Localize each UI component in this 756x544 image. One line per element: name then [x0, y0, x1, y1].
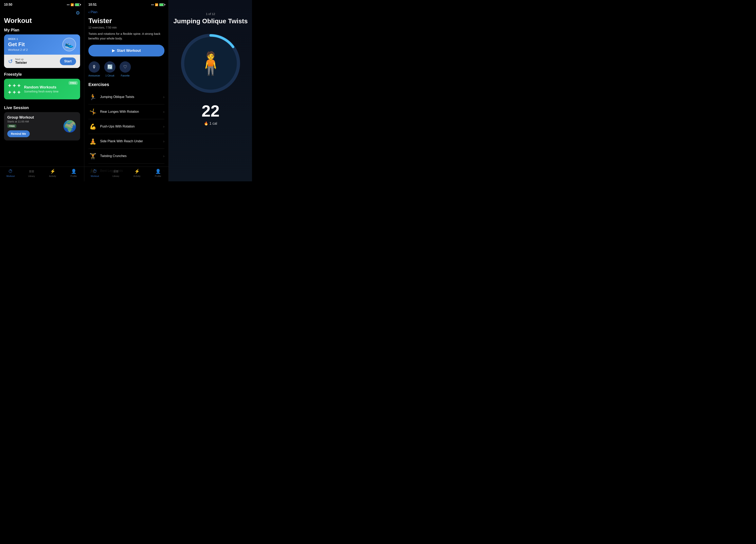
next-up-left: ↺ Next up Twister — [8, 58, 27, 65]
workout-nav-icon: ⏱ — [8, 169, 13, 174]
signal-icon-2: ▪▪▪ — [151, 3, 154, 6]
profile-nav-label-2: Profile — [155, 175, 161, 177]
exercise-chevron-2: › — [163, 124, 164, 129]
announcer-icon: 🎙 — [89, 61, 100, 73]
start-workout-button[interactable]: ▶ Start Workout — [88, 45, 164, 56]
exercise-figure-3: 🧘 — [88, 137, 97, 146]
exercise-item-0[interactable]: 🏃 Jumping Oblique Twists › — [88, 90, 164, 104]
time-1: 10:50 — [4, 3, 12, 6]
profile-nav-icon-2: 👤 — [155, 169, 161, 174]
refresh-icon: ↺ — [8, 58, 13, 65]
circuit-label: 1 Circuit — [105, 74, 114, 77]
calorie-count: 🔥 1 cal — [169, 121, 252, 126]
freestyle-dots-icon: ✦✦✦✦✦✦ — [7, 82, 21, 96]
live-session-card[interactable]: Group Workout Starts at 11:00 AM FREE Re… — [4, 112, 80, 140]
library-nav-icon: ≡≡ — [29, 169, 34, 174]
announcer-label: Announcer — [88, 74, 100, 77]
p1-header: ⚙ — [0, 8, 84, 16]
exercise-figure-1: 🤸 — [88, 107, 97, 116]
nav-profile[interactable]: 👤 Profile — [68, 169, 80, 177]
play-icon: ▶ — [112, 48, 115, 53]
exercise-emoji: 🧍 — [197, 52, 224, 74]
next-up-label: Next up — [15, 58, 27, 61]
activity-nav-icon: ⚡ — [50, 169, 55, 174]
exercise-item-4[interactable]: 🏋 Twisting Crunches › — [88, 149, 164, 163]
library-nav-label: Library — [28, 175, 35, 177]
nav-profile-2[interactable]: 👤 Profile — [152, 169, 164, 177]
circuit-action[interactable]: 🔄 1 Circuit — [104, 61, 115, 77]
exercise-counter: 1 of 12 — [169, 0, 252, 17]
exercise-name-4: Twisting Crunches — [100, 154, 160, 158]
nav-workout-2[interactable]: ⏱ Workout — [89, 169, 101, 177]
favorite-label: Favorite — [121, 74, 129, 77]
next-up-name: Twister — [15, 61, 27, 65]
freestyle-text: Random Workouts Something fresh every ti… — [24, 85, 58, 93]
nav-library-2[interactable]: ≡≡ Library — [110, 169, 122, 177]
panel-exercise-active: 1 of 12 Jumping Oblique Twists 🧍 22 🔥 1 … — [169, 0, 252, 181]
progress-circle: 🧍 — [180, 33, 241, 94]
exercise-name-1: Rear Lunges With Rotation — [100, 110, 160, 113]
back-button[interactable]: ‹ Plan — [84, 8, 168, 16]
library-nav-icon-2: ≡≡ — [113, 169, 119, 174]
live-time: Starts at 11:00 AM — [7, 120, 34, 123]
exercise-figure-0: 🏃 — [88, 92, 97, 101]
nav-activity[interactable]: ⚡ Activity — [47, 169, 59, 177]
library-nav-label-2: Library — [112, 175, 119, 177]
freestyle-section-label: Freestyle — [0, 72, 84, 79]
exercise-item-2[interactable]: 💪 Push-Ups With Rotation › — [88, 119, 164, 134]
workout-nav-label-2: Workout — [91, 175, 99, 177]
bottom-nav-2: ⏱ Workout ≡≡ Library ⚡ Activity 👤 Profil… — [84, 166, 168, 181]
freestyle-free-badge: FREE — [69, 81, 78, 85]
live-card-left: Group Workout Starts at 11:00 AM FREE Re… — [7, 115, 34, 137]
workout-nav-label: Workout — [6, 175, 15, 177]
back-label: Plan — [91, 10, 97, 14]
plan-sub: Workout 2 of 2 — [8, 48, 28, 51]
plan-week-label: WEEK 1 — [8, 38, 28, 40]
remind-me-button[interactable]: Remind Me — [7, 130, 30, 137]
panel-workout-home: 10:50 ▪▪▪ 📶 ⚙ Workout My Plan WEEK 1 Get… — [0, 0, 84, 181]
my-plan-card[interactable]: WEEK 1 Get Fit Workout 2 of 2 👟 ↺ Next u… — [4, 34, 80, 68]
page-title: Workout — [0, 16, 84, 28]
plan-card-top: WEEK 1 Get Fit Workout 2 of 2 👟 — [4, 34, 80, 55]
plan-next-up[interactable]: ↺ Next up Twister Start — [4, 55, 80, 68]
plan-start-button[interactable]: Start — [60, 57, 76, 65]
nav-activity-2[interactable]: ⚡ Activity — [131, 169, 143, 177]
exercises-section-title: Exercises — [84, 82, 168, 90]
nav-workout[interactable]: ⏱ Workout — [4, 169, 17, 177]
exercise-figure-display: 🧍 — [192, 41, 229, 86]
profile-nav-icon: 👤 — [71, 169, 76, 174]
profile-nav-label: Profile — [70, 175, 77, 177]
battery-icon-2 — [159, 3, 164, 6]
announcer-action[interactable]: 🎙 Announcer — [88, 61, 100, 77]
live-title: Group Workout — [7, 115, 34, 120]
plan-name: Get Fit — [8, 41, 28, 48]
my-plan-section-label: My Plan — [0, 28, 84, 34]
workout-title: Twister — [84, 16, 168, 26]
wifi-icon-2: 📶 — [155, 3, 158, 6]
shoe-icon: 👟 — [62, 38, 76, 51]
battery-icon-1 — [75, 3, 80, 6]
exercise-active-name: Jumping Oblique Twists — [169, 17, 252, 31]
status-bar-1: 10:50 ▪▪▪ 📶 — [0, 0, 84, 8]
exercise-item-3[interactable]: 🧘 Side Plank With Reach Under › — [88, 134, 164, 149]
activity-nav-icon-2: ⚡ — [134, 169, 140, 174]
favorite-action[interactable]: ♡ Favorite — [120, 61, 131, 77]
rep-count: 22 — [169, 100, 252, 121]
exercise-item-1[interactable]: 🤸 Rear Lunges With Rotation › — [88, 104, 164, 119]
status-icons-2: ▪▪▪ 📶 — [151, 3, 164, 6]
favorite-icon: ♡ — [120, 61, 131, 73]
freestyle-subtitle: Something fresh every time — [24, 90, 58, 93]
workout-description: Twists and rotations for a flexible spin… — [84, 32, 168, 45]
settings-icon[interactable]: ⚙ — [76, 10, 80, 16]
exercise-chevron-3: › — [163, 139, 164, 143]
nav-library[interactable]: ≡≡ Library — [25, 169, 38, 177]
circuit-icon: 🔄 — [104, 61, 115, 73]
activity-nav-label-2: Activity — [133, 175, 141, 177]
exercise-figure-4: 🏋 — [88, 151, 97, 160]
signal-icon-1: ▪▪▪ — [67, 3, 70, 6]
workout-meta: 12 exercises, 7:50 min — [84, 26, 168, 32]
exercise-name-0: Jumping Oblique Twists — [100, 95, 160, 99]
bottom-nav-1: ⏱ Workout ≡≡ Library ⚡ Activity 👤 Profil… — [0, 166, 84, 181]
exercise-chevron-4: › — [163, 154, 164, 158]
freestyle-card[interactable]: ✦✦✦✦✦✦ Random Workouts Something fresh e… — [4, 79, 80, 99]
